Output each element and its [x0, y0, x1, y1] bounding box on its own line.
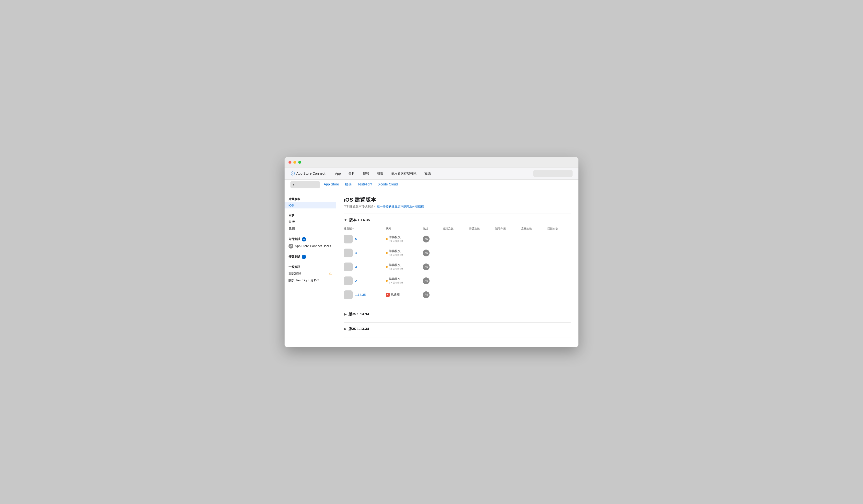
brand-name: App Store Connect: [296, 171, 325, 176]
status-expired: ✕ 已逾期: [386, 293, 417, 297]
invites-cell: –: [440, 274, 466, 288]
build-number-link[interactable]: 2: [355, 279, 357, 283]
status-days: 88 天後到期: [389, 267, 403, 271]
group-cell: AS: [420, 260, 440, 274]
nav-agreements[interactable]: 協議: [424, 171, 431, 176]
internal-add-button[interactable]: +: [302, 237, 306, 242]
crashes-cell: –: [518, 274, 545, 288]
version-header-2[interactable]: ▶ 版本 1.14.34: [344, 312, 571, 316]
sidebar-item-crashes[interactable]: 當機: [285, 219, 336, 225]
col-feedback: 回饋次數: [545, 225, 571, 232]
sessions-cell: –: [492, 260, 518, 274]
installs-cell: –: [466, 246, 492, 260]
build-cell: 4: [344, 246, 383, 260]
group-badge: AS: [423, 236, 429, 243]
feedback-value: –: [547, 251, 549, 255]
sidebar-item-label: 關於 TestFlight 資料？: [288, 278, 320, 283]
status-days: 88 天後到期: [389, 253, 403, 257]
version-header-3[interactable]: ▶ 版本 1.13.34: [344, 327, 571, 331]
version-label-2: 版本 1.14.34: [349, 312, 369, 316]
sessions-cell: –: [492, 288, 518, 302]
sidebar-item-label: App Store Connect Users: [295, 244, 331, 248]
sidebar-item-label: 測試資訊: [288, 271, 301, 276]
status-cell: ✕ 已逾期: [383, 288, 420, 302]
invites-value: –: [443, 279, 445, 283]
minimize-button[interactable]: [293, 161, 296, 164]
expired-icon: ✕: [386, 293, 390, 297]
status-cell: 準備提交 88 天後到期: [383, 246, 420, 260]
col-group: 群組: [420, 225, 440, 232]
status-text: 準備提交: [389, 277, 403, 281]
build-thumbnail: [344, 235, 353, 243]
nav-app[interactable]: App: [335, 172, 341, 176]
sidebar-item-about-testflight[interactable]: 關於 TestFlight 資料？: [285, 277, 336, 284]
status-cell: 準備提交 89 天後到期: [383, 232, 420, 246]
sidebar-item-test-info[interactable]: 測試資訊 ⚠: [285, 270, 336, 277]
tab-links: App Store 服務 TestFlight Xcode Cloud: [324, 182, 398, 187]
feedback-value: –: [547, 237, 549, 241]
feedback-value: –: [547, 293, 549, 297]
sessions-cell: –: [492, 246, 518, 260]
tab-appstore[interactable]: App Store: [324, 182, 339, 187]
sidebar-item-ios[interactable]: iOS: [285, 202, 336, 208]
installs-value: –: [469, 265, 471, 269]
avatar: AS: [288, 244, 293, 248]
feedback-cell: –: [545, 232, 571, 246]
feedback-cell: –: [545, 260, 571, 274]
nav-users[interactable]: 使用者與存取權限: [391, 171, 416, 176]
tab-xcode-cloud[interactable]: Xcode Cloud: [378, 182, 398, 187]
nav-analytics[interactable]: 分析: [349, 171, 355, 176]
sidebar-item-screenshots[interactable]: 截圖: [285, 225, 336, 232]
builds-table: 建置版本 ↓ 狀態 群組 邀請次數 安裝次數 階段作業 當機次數 回饋次數: [344, 225, 571, 302]
nav-reports[interactable]: 報告: [377, 171, 383, 176]
crashes-cell: –: [518, 246, 545, 260]
sidebar-section-feedback: 回饋: [285, 211, 336, 219]
build-number-link[interactable]: 5: [355, 237, 357, 241]
version-section-1: ▼ 版本 1.14.35 建置版本 ↓ 狀態 群組 邀請次數: [344, 218, 571, 302]
table-row: 3 準備提交 88 天後到期 AS–––––: [344, 260, 571, 274]
app-selector[interactable]: ▾: [290, 181, 320, 189]
warning-icon: ⚠: [329, 272, 332, 275]
sort-icon[interactable]: ↓: [355, 227, 357, 230]
invites-cell: –: [440, 260, 466, 274]
tab-testflight[interactable]: TestFlight: [358, 182, 372, 187]
close-button[interactable]: [288, 161, 291, 164]
titlebar: [285, 157, 578, 168]
appstore-icon: [290, 171, 295, 176]
group-badge: AS: [423, 249, 429, 256]
status-text: 準備提交: [389, 249, 403, 253]
sidebar-section-external: 外部測試 +: [285, 253, 336, 260]
sessions-value: –: [495, 293, 497, 297]
status-ready: 準備提交 88 天後到期: [386, 263, 417, 271]
subnav: ▾ App Store 服務 TestFlight Xcode Cloud: [285, 180, 578, 190]
external-add-button[interactable]: +: [302, 255, 306, 259]
build-thumbnail: [344, 276, 353, 285]
nav-trends[interactable]: 趨勢: [363, 171, 369, 176]
sessions-cell: –: [492, 274, 518, 288]
sidebar-item-asc-users[interactable]: AS App Store Connect Users: [285, 243, 336, 250]
build-number-link[interactable]: 4: [355, 251, 357, 255]
col-status: 狀態: [383, 225, 420, 232]
maximize-button[interactable]: [298, 161, 301, 164]
status-dot-icon: [386, 238, 388, 240]
sidebar-section-general: 一般資訊: [285, 263, 336, 270]
chevron-right-icon: ▶: [344, 312, 347, 316]
brand-logo[interactable]: App Store Connect: [290, 171, 325, 176]
build-number-link[interactable]: 3: [355, 265, 357, 269]
build-cell: 3: [344, 260, 383, 274]
tab-services[interactable]: 服務: [345, 182, 352, 187]
invites-cell: –: [440, 246, 466, 260]
search-box[interactable]: [533, 170, 573, 177]
build-cell: 1.14.35: [344, 288, 383, 302]
col-invites: 邀請次數: [440, 225, 466, 232]
subtitle-link[interactable]: 進一步瞭解建置版本狀態及分析指標: [377, 205, 424, 208]
chevron-down-icon: ▼: [344, 218, 347, 222]
installs-cell: –: [466, 260, 492, 274]
invites-cell: –: [440, 232, 466, 246]
version-header-1[interactable]: ▼ 版本 1.14.35: [344, 218, 571, 222]
col-sessions: 階段作業: [492, 225, 518, 232]
chevron-down-icon: ▾: [293, 183, 295, 186]
invites-value: –: [443, 251, 445, 255]
divider-4: [344, 337, 571, 337]
build-number-link[interactable]: 1.14.35: [355, 293, 366, 297]
